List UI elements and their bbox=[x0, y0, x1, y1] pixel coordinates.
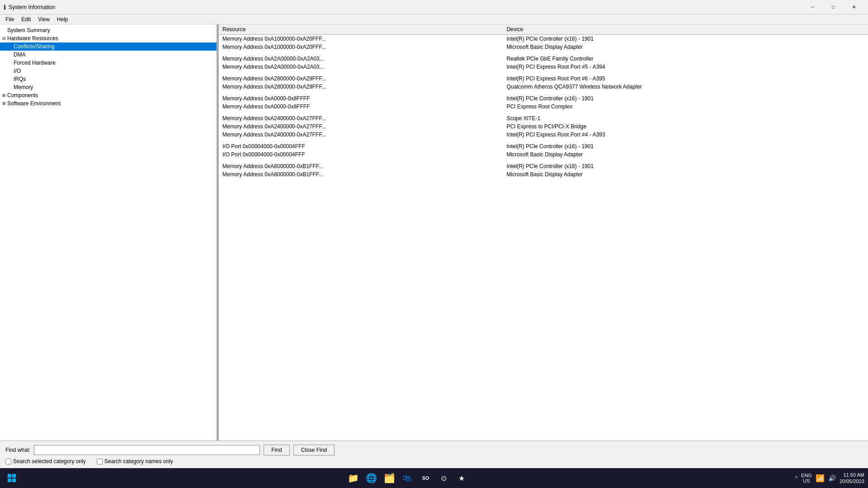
resource-cell: Memory Address 0xA2400000-0xA27FFF... bbox=[219, 114, 503, 122]
tree-label-software-environment: Software Environment bbox=[7, 100, 61, 107]
menu-edit[interactable]: Edit bbox=[18, 15, 34, 23]
resource-cell: Memory Address 0xA2800000-0xA29FFF... bbox=[219, 75, 503, 83]
main-content: System Summary ⊟ Hardware Resources Conf… bbox=[0, 24, 868, 441]
column-header-resource: Resource bbox=[219, 24, 503, 35]
taskbar-app6[interactable]: ⊙ bbox=[435, 470, 452, 486]
table-row: Memory Address 0xA2800000-0xA29FFF...Int… bbox=[219, 75, 868, 83]
resource-cell: Memory Address 0xA8000000-0xB1FFF... bbox=[219, 162, 503, 170]
resource-cell: Memory Address 0xA1000000-0xA20FFF... bbox=[219, 43, 503, 51]
expand-icon-forced bbox=[7, 60, 14, 66]
title-bar-left: ℹ System Information bbox=[4, 4, 55, 11]
table-row: Memory Address 0xA2400000-0xA27FFF...PCI… bbox=[219, 122, 868, 131]
taskbar-center: 📁 🌐 🗂️ 🛍 SO ⊙ ★ bbox=[345, 470, 470, 486]
search-selected-category-checkbox[interactable] bbox=[5, 459, 11, 465]
menu-help[interactable]: Help bbox=[53, 15, 72, 23]
group-spacer-row bbox=[219, 139, 868, 142]
tray-language: ENGUS bbox=[801, 473, 812, 483]
search-category-names-label[interactable]: Search category names only bbox=[97, 458, 173, 465]
tree-item-conflicts-sharing[interactable]: Conflicts/Sharing bbox=[0, 42, 217, 51]
table-row: Memory Address 0xA8000000-0xB1FFF...Micr… bbox=[219, 170, 868, 178]
table-row: I/O Port 0x00004000-0x00004FFFMicrosoft … bbox=[219, 150, 868, 159]
resource-cell: Memory Address 0xA0000-0x8FFFF bbox=[219, 94, 503, 103]
group-spacer-row bbox=[219, 111, 868, 114]
search-category-names-text: Search category names only bbox=[104, 458, 173, 465]
group-spacer-row bbox=[219, 71, 868, 75]
app-icon: ℹ bbox=[4, 4, 6, 11]
group-spacer-row bbox=[219, 91, 868, 94]
close-find-button[interactable]: Close Find bbox=[293, 445, 335, 455]
menu-view[interactable]: View bbox=[34, 15, 53, 23]
resource-cell: Memory Address 0xA2A00000-0xA2A03... bbox=[219, 63, 503, 71]
taskbar-right: ^ ENGUS 📶 🔊 11:50 AM 20/05/2023 bbox=[795, 472, 864, 485]
tree-label-irqs: IRQs bbox=[14, 76, 26, 82]
title-bar: ℹ System Information ─ □ ✕ bbox=[0, 0, 868, 14]
taskbar-so[interactable]: SO bbox=[417, 470, 434, 486]
taskbar-store[interactable]: 🛍 bbox=[399, 470, 415, 486]
tree-label-dma: DMA bbox=[14, 52, 26, 58]
device-cell: PCI Express to PCI/PCI-X Bridge bbox=[503, 122, 868, 131]
maximize-button[interactable]: □ bbox=[823, 0, 844, 14]
tree-item-forced-hardware[interactable]: Forced Hardware bbox=[0, 59, 217, 67]
find-button[interactable]: Find bbox=[264, 445, 289, 455]
minimize-button[interactable]: ─ bbox=[802, 0, 823, 14]
tree-item-irqs[interactable]: IRQs bbox=[0, 75, 217, 83]
taskbar-edge[interactable]: 🌐 bbox=[363, 470, 379, 486]
search-category-names-checkbox[interactable] bbox=[97, 459, 103, 465]
device-cell: Intel(R) PCIe Controller (x16) - 1901 bbox=[503, 162, 868, 170]
tree-item-memory[interactable]: Memory bbox=[0, 83, 217, 91]
resource-cell: Memory Address 0xA2400000-0xA27FFF... bbox=[219, 122, 503, 131]
tree-item-components[interactable]: ⊞ Components bbox=[0, 91, 217, 99]
device-cell: Qualcomm Atheros QCA9377 Wireless Networ… bbox=[503, 83, 868, 91]
bottom-search-bar: Find what: Find Close Find Search select… bbox=[0, 441, 868, 468]
checkboxes-row: Search selected category only Search cat… bbox=[5, 458, 863, 465]
tree-label-memory: Memory bbox=[14, 84, 33, 90]
expand-icon-software: ⊞ bbox=[1, 100, 7, 107]
right-data-panel: Resource Device Memory Address 0xA100000… bbox=[219, 24, 868, 441]
device-cell: Realtek PCIe GbE Family Controller bbox=[503, 55, 868, 63]
table-row: Memory Address 0xA8000000-0xB1FFF...Inte… bbox=[219, 162, 868, 170]
menu-file[interactable]: File bbox=[2, 15, 18, 23]
tree-item-io[interactable]: I/O bbox=[0, 67, 217, 75]
taskbar-folder[interactable]: 🗂️ bbox=[381, 470, 397, 486]
find-what-label: Find what: bbox=[5, 447, 30, 453]
tray-chevron[interactable]: ^ bbox=[795, 475, 797, 481]
group-spacer-row bbox=[219, 159, 868, 162]
search-selected-category-text: Search selected category only bbox=[13, 458, 86, 465]
taskbar-left bbox=[4, 470, 20, 486]
close-button[interactable]: ✕ bbox=[844, 0, 864, 14]
device-cell: PCI Express Root Complex bbox=[503, 103, 868, 111]
device-cell: Intel(R) PCI Express Root Port #4 - A393 bbox=[503, 131, 868, 139]
windows-start-button[interactable] bbox=[4, 470, 20, 486]
tree-item-hardware-resources[interactable]: ⊟ Hardware Resources bbox=[0, 34, 217, 42]
tree-label-io: I/O bbox=[14, 68, 21, 74]
search-input[interactable] bbox=[34, 445, 260, 455]
expand-icon-components: ⊞ bbox=[1, 92, 7, 99]
expand-icon-hardware: ⊟ bbox=[1, 35, 7, 42]
table-row: Memory Address 0xA0000-0x8FFFFPCI Expres… bbox=[219, 103, 868, 111]
tree-label-conflicts-sharing: Conflicts/Sharing bbox=[14, 43, 55, 50]
device-cell: Microsoft Basic Display Adapter bbox=[503, 170, 868, 178]
table-row: Memory Address 0xA2400000-0xA27FFF...Int… bbox=[219, 131, 868, 139]
expand-icon-io bbox=[7, 68, 14, 74]
taskbar-time-text: 11:50 AM bbox=[840, 472, 864, 478]
data-table: Resource Device Memory Address 0xA100000… bbox=[219, 24, 868, 178]
taskbar-file-explorer[interactable]: 📁 bbox=[345, 470, 361, 486]
table-row: Memory Address 0xA1000000-0xA20FFF...Mic… bbox=[219, 43, 868, 51]
svg-rect-3 bbox=[12, 479, 16, 482]
tree-item-software-environment[interactable]: ⊞ Software Environment bbox=[0, 99, 217, 108]
tree-label-components: Components bbox=[7, 92, 38, 99]
resource-cell: Memory Address 0xA1000000-0xA20FFF... bbox=[219, 35, 503, 43]
search-selected-category-label[interactable]: Search selected category only bbox=[5, 458, 86, 465]
tree-label-forced-hardware: Forced Hardware bbox=[14, 60, 56, 66]
column-header-device: Device bbox=[503, 24, 868, 35]
windows-logo-icon bbox=[8, 474, 16, 482]
tree-label-system-summary: System Summary bbox=[7, 27, 50, 33]
tray-volume: 🔊 bbox=[828, 474, 836, 482]
svg-rect-0 bbox=[8, 474, 11, 478]
taskbar-app7[interactable]: ★ bbox=[453, 470, 470, 486]
left-tree-panel: System Summary ⊟ Hardware Resources Conf… bbox=[0, 24, 217, 441]
tree-item-dma[interactable]: DMA bbox=[0, 51, 217, 59]
svg-rect-2 bbox=[8, 479, 11, 482]
tree-item-system-summary[interactable]: System Summary bbox=[0, 26, 217, 34]
expand-icon-irqs bbox=[7, 76, 14, 82]
